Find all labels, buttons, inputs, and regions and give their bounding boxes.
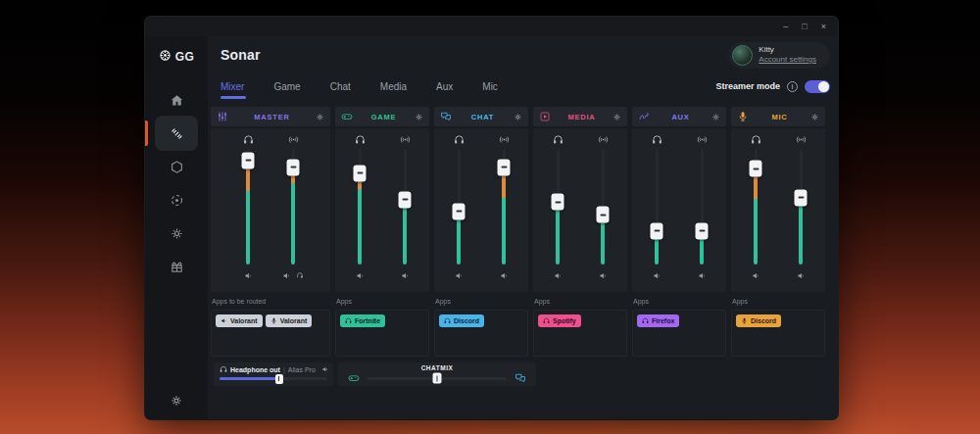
gamepad-icon [341, 111, 353, 122]
sliders-panel [533, 128, 627, 292]
app-badge-fortnite[interactable]: Fortnite [340, 314, 385, 327]
headphone-out-panel: Headphone out | Alias Pro [214, 362, 333, 386]
sidebar-item-sonar[interactable] [145, 117, 208, 150]
mute-speaker-icon[interactable] [401, 271, 410, 280]
app-settings-gear-icon[interactable] [145, 394, 208, 408]
apps-label: Apps [434, 298, 528, 307]
mute-speaker-icon[interactable] [554, 271, 563, 280]
headphone-volume-track[interactable] [656, 149, 659, 265]
channel-settings-gear-icon[interactable] [316, 113, 324, 121]
stream-slider [593, 133, 612, 292]
headphone-volume-handle[interactable] [354, 165, 367, 181]
tab-mic[interactable]: Mic [467, 73, 513, 99]
sidebar-item-home[interactable] [145, 83, 208, 117]
bottom-row: Headphone out | Alias Pro [211, 357, 835, 386]
mute-speaker-icon[interactable] [752, 271, 760, 280]
tab-chat[interactable]: Chat [316, 73, 366, 99]
tab-aux[interactable]: Aux [421, 73, 467, 99]
stream-volume-handle[interactable] [597, 207, 610, 223]
headphone-volume-track[interactable] [247, 149, 250, 265]
channel-settings-gear-icon[interactable] [514, 113, 522, 121]
app-badge-valorant[interactable]: Valorant [216, 314, 263, 327]
stream-volume-handle[interactable] [795, 189, 808, 206]
stream-volume-track[interactable] [602, 149, 605, 265]
speaker-icon[interactable] [321, 365, 329, 373]
channel-settings-gear-icon[interactable] [711, 113, 720, 121]
channel-chat: CHATAppsDiscord [434, 107, 528, 357]
headphones-icon [553, 134, 564, 145]
account-chip[interactable]: Kitty Account settings [728, 42, 830, 69]
streamer-mode-control: Streamer mode i [715, 80, 830, 93]
broadcast-icon [288, 134, 299, 145]
channel-settings-gear-icon[interactable] [415, 113, 423, 121]
headphones-icon [543, 317, 550, 324]
tab-mixer[interactable]: Mixer [220, 73, 259, 99]
close-button[interactable]: × [821, 23, 826, 31]
headphones-icon [355, 134, 366, 145]
stream-volume-handle[interactable] [287, 159, 300, 175]
headphone-volume-track[interactable] [359, 149, 362, 265]
info-icon[interactable]: i [787, 81, 798, 92]
mute-speaker-icon[interactable] [455, 271, 464, 280]
stream-volume-track[interactable] [800, 149, 803, 265]
mute-speaker-icon[interactable] [244, 271, 253, 280]
stream-volume-handle[interactable] [498, 159, 511, 175]
sidebar-item-engine[interactable] [145, 150, 208, 183]
channel-header-mic: MIC [731, 107, 825, 126]
stream-volume-track[interactable] [701, 149, 704, 265]
headphone-out-slider[interactable] [220, 377, 327, 380]
headphone-volume-handle[interactable] [651, 222, 663, 239]
stream-volume-track[interactable] [404, 149, 407, 265]
mute-speaker-icon[interactable] [599, 271, 608, 280]
broadcast-icon [598, 134, 609, 145]
account-settings-link[interactable]: Account settings [759, 55, 816, 65]
broadcast-icon [697, 134, 708, 145]
mute-speaker-icon[interactable] [500, 271, 509, 280]
channel-settings-gear-icon[interactable] [810, 113, 819, 121]
tab-media[interactable]: Media [366, 73, 421, 99]
sidebar-item-apps[interactable] [145, 217, 208, 250]
headphone-volume-handle[interactable] [552, 194, 564, 211]
mute-speaker-icon[interactable] [282, 271, 291, 280]
tab-game[interactable]: Game [259, 73, 315, 99]
app-badge-firefox[interactable]: Firefox [637, 314, 679, 327]
headphone-volume-track[interactable] [557, 149, 560, 265]
channel-header-aux: AUX [632, 107, 726, 126]
mute-speaker-icon[interactable] [797, 271, 806, 280]
gg-logo-text: GG [175, 50, 195, 64]
minimize-button[interactable]: – [783, 23, 788, 31]
aux-pen-icon [638, 111, 650, 122]
channel-master: MASTERApps to be routedValorantValorant [211, 107, 330, 357]
stream-volume-track[interactable] [292, 149, 295, 265]
apps-box: Fortnite [335, 310, 429, 357]
maximize-button[interactable]: □ [802, 23, 807, 31]
headphone-volume-track[interactable] [755, 149, 758, 265]
sidebar-item-giveaways[interactable] [145, 250, 208, 283]
mute-speaker-icon[interactable] [653, 271, 662, 280]
mute-speaker-icon[interactable] [698, 271, 707, 280]
app-badge-discord[interactable]: Discord [736, 314, 781, 327]
apps-box: Discord [434, 310, 528, 357]
stream-volume-handle[interactable] [696, 222, 709, 239]
chatmix-slider[interactable] [368, 377, 507, 380]
app-badge-valorant[interactable]: Valorant [266, 314, 313, 327]
headphone-volume-handle[interactable] [750, 161, 762, 177]
mute-speaker-icon[interactable] [356, 271, 365, 280]
sliders-panel [335, 128, 429, 292]
media-play-icon [539, 111, 551, 122]
monitor-icon[interactable] [296, 271, 304, 279]
headphone-volume-handle[interactable] [453, 203, 466, 219]
headphone-volume-track[interactable] [458, 149, 461, 265]
app-badge-discord[interactable]: Discord [439, 314, 484, 327]
app-badge-spotify[interactable]: Spotify [538, 314, 581, 327]
stream-volume-handle[interactable] [399, 191, 412, 208]
channel-settings-gear-icon[interactable] [612, 113, 621, 121]
speaker-icon [220, 317, 227, 324]
streamer-mode-toggle[interactable] [805, 80, 830, 93]
chatmix-slider-handle[interactable] [433, 373, 442, 384]
headphone-volume-handle[interactable] [242, 152, 255, 169]
sidebar-item-moments[interactable] [145, 183, 208, 217]
stream-volume-track[interactable] [503, 149, 506, 265]
broadcast-icon [400, 134, 411, 145]
headphone-out-slider-handle[interactable] [275, 374, 283, 384]
